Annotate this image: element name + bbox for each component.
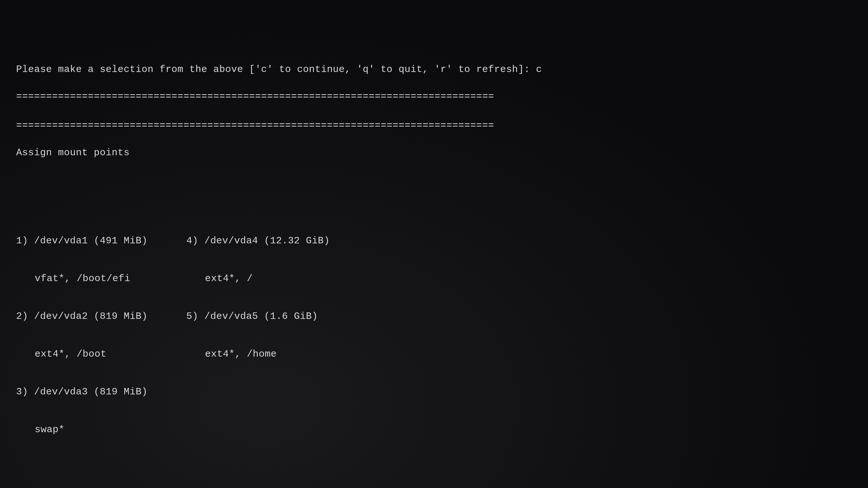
device-format: ext4*, /home <box>186 348 330 360</box>
device-entry[interactable]: 4) /dev/vda4 (12.32 GiB) <box>186 235 330 247</box>
device-format: vfat*, /boot/efi <box>16 272 148 285</box>
previous-prompt: Please make a selection from the above [… <box>16 63 852 76</box>
device-format: ext4*, / <box>186 272 330 285</box>
device-format: ext4*, /boot <box>16 348 148 360</box>
device-entry[interactable]: 1) /dev/vda1 (491 MiB) <box>16 235 148 247</box>
device-entry[interactable]: 2) /dev/vda2 (819 MiB) <box>16 310 148 323</box>
device-column-left: 1) /dev/vda1 (491 MiB) vfat*, /boot/efi … <box>16 209 148 461</box>
prompt-text: Please make a selection from the above [… <box>16 64 536 75</box>
device-entry[interactable]: 3) /dev/vda3 (819 MiB) <box>16 386 148 398</box>
section-title: Assign mount points <box>16 147 852 159</box>
device-columns: 1) /dev/vda1 (491 MiB) vfat*, /boot/efi … <box>16 209 852 461</box>
divider-line: ========================================… <box>16 90 852 103</box>
device-entry[interactable]: 5) /dev/vda5 (1.6 GiB) <box>186 310 330 323</box>
device-column-right: 4) /dev/vda4 (12.32 GiB) ext4*, / 5) /de… <box>186 209 330 461</box>
prompt-input-value: c <box>536 64 542 75</box>
divider-line: ========================================… <box>16 120 852 132</box>
device-format: swap* <box>16 423 148 436</box>
